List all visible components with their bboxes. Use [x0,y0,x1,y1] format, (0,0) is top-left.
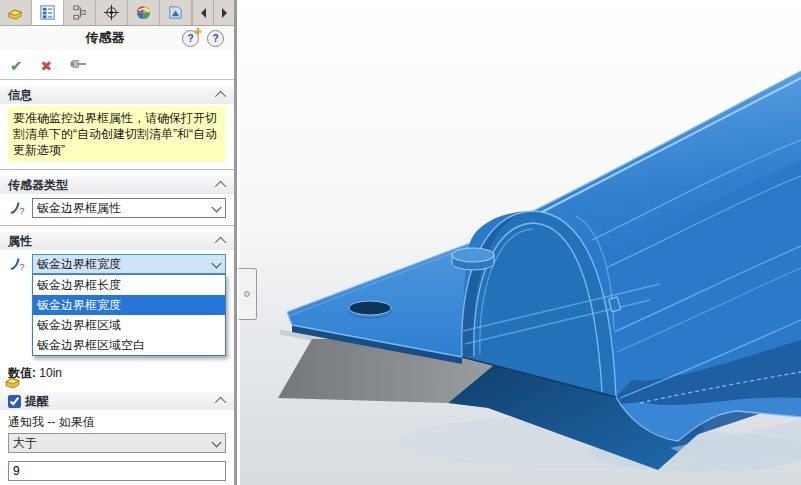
section-header-alert[interactable]: 提醒 [0,392,234,410]
dropdown-option-length[interactable]: 钣金边界框长度 [33,275,225,295]
tab-property-manager[interactable] [32,0,64,25]
splitter-dot-icon [244,291,250,297]
pin-button[interactable] [70,58,87,73]
panel-splitter-handle[interactable] [239,268,257,320]
chevron-up-icon [215,181,226,192]
section-header-properties[interactable]: 属性 [0,232,234,250]
alert-checkbox[interactable] [8,395,21,408]
help-icon[interactable]: ? [207,30,224,47]
right-arrow-icon [222,8,227,18]
property-value: 钣金边界框宽度 [37,256,121,273]
configuration-icon [71,4,88,21]
page-title: 传感器 [0,29,182,47]
dropdown-option-area-blank[interactable]: 钣金边界框区域空白 [33,335,225,355]
chevron-up-icon [215,237,226,248]
manager-tabbar [0,0,234,26]
chevron-up-icon [215,397,226,408]
divider [0,169,234,170]
chevron-up-icon [215,91,226,102]
chevron-down-icon [212,203,222,213]
chevron-down-icon [212,438,222,448]
property-manager-icon [39,4,56,21]
tab-feature-manager[interactable] [0,0,32,25]
display-manager-icon [135,4,152,21]
sensor-icon: ? [8,198,28,218]
property-dropdown-list: 钣金边界框长度 钣金边界框宽度 钣金边界框区域 钣金边界框区域空白 [32,274,226,356]
tab-dimxpert-manager[interactable] [96,0,128,25]
ok-button[interactable]: ✔ [10,57,23,75]
operator-combobox[interactable]: 大于 [8,433,226,453]
threshold-input[interactable] [8,461,226,481]
scroll-right-button[interactable] [213,0,234,25]
whats-new-help-icon[interactable]: ? [182,30,199,47]
sensor-type-combobox[interactable]: 钣金边界框属性 [32,198,226,218]
section-header-sensor-type[interactable]: 传感器类型 [0,176,234,194]
chevron-down-icon [212,259,222,269]
dropdown-option-area[interactable]: 钣金边界框区域 [33,315,225,335]
value-text: 10in [39,366,62,380]
section-header-info[interactable]: 信息 [0,86,234,104]
cancel-button[interactable]: ✖ [41,58,53,74]
part-icon [7,4,24,21]
divider [0,225,234,226]
svg-text:?: ? [20,206,25,216]
sheet-metal-part-3d-view [240,0,801,485]
bounding-box-property-combobox[interactable]: 钣金边界框宽度 [32,254,226,274]
property-manager-panel: 传感器 ? ? ✔ ✖ 信息 要准确监控边界框属性，请确保打开切割清单下的“自动… [0,0,237,485]
value-row: 数值: 10in [8,365,226,382]
solidworks-window: 传感器 ? ? ✔ ✖ 信息 要准确监控边界框属性，请确保打开切割清单下的“自动… [0,0,801,485]
scroll-left-button[interactable] [192,0,213,25]
sensor-type-value: 钣金边界框属性 [37,200,121,217]
sensor-icon: ? [8,254,28,274]
graphics-viewport[interactable] [240,0,801,485]
info-message: 要准确监控边界框属性，请确保打开切割清单下的“自动创建切割清单”和“自动更新选项… [8,106,226,162]
dropdown-option-width[interactable]: 钣金边界框宽度 [33,295,225,315]
alert-prompt: 通知我 -- 如果值 [8,414,226,431]
tab-display-manager[interactable] [128,0,160,25]
tab-cam[interactable] [160,0,192,25]
part-icon [4,372,22,393]
svg-text:?: ? [20,262,25,272]
left-arrow-icon [201,8,206,18]
tab-configuration-manager[interactable] [64,0,96,25]
operator-value: 大于 [13,435,37,452]
dimxpert-icon [103,4,120,21]
cam-icon [167,4,184,21]
star-icon [194,28,201,35]
